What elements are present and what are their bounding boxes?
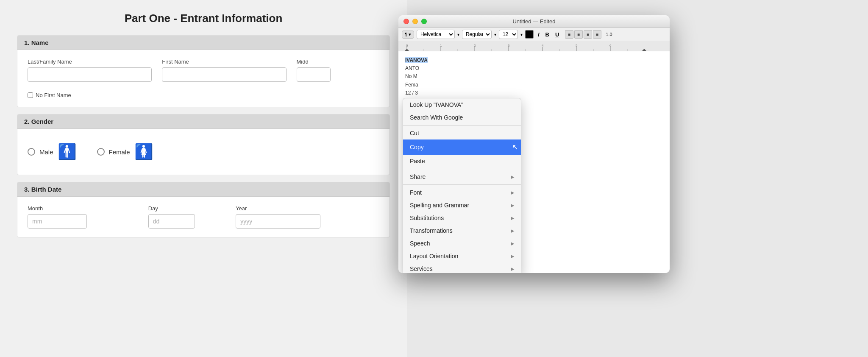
first-name-input[interactable]	[162, 67, 286, 82]
doc-line-nom: No M	[405, 73, 417, 79]
align-center-btn[interactable]: ≡	[574, 30, 583, 39]
bold-button[interactable]: B	[544, 31, 551, 38]
menu-font-label: Font	[410, 189, 422, 196]
menu-cut[interactable]: Cut	[403, 127, 521, 139]
svg-text:0: 0	[406, 44, 408, 47]
section-gender-body: Male 🚹 Female 🚺	[17, 129, 389, 175]
menu-lookup-label: Look Up "IVANOVA"	[410, 101, 463, 108]
mac-close-button[interactable]	[403, 19, 409, 24]
menu-copy-label: Copy	[410, 144, 424, 151]
align-right-btn[interactable]: ≡	[584, 30, 592, 39]
divider-3	[403, 184, 521, 185]
month-input[interactable]	[28, 214, 87, 229]
font-size-chevron: ▾	[520, 32, 523, 37]
font-style-chevron: ▾	[494, 32, 496, 37]
menu-search-google-label: Search With Google	[410, 114, 463, 121]
doc-line-12: 12 / 3	[405, 90, 418, 96]
female-radio[interactable]	[97, 148, 105, 156]
svg-text:5: 5	[576, 44, 578, 47]
birth-day-group: Day	[148, 205, 225, 229]
menu-transformations-label: Transformations	[410, 227, 453, 234]
align-left-btn[interactable]: ≡	[565, 30, 573, 39]
form-title: Part One - Entrant Information	[17, 12, 390, 25]
underline-button[interactable]: U	[554, 31, 561, 38]
menu-lookup[interactable]: Look Up "IVANOVA"	[403, 98, 521, 111]
male-label: Male	[39, 148, 53, 156]
paragraph-icon: ¶	[405, 32, 407, 37]
year-input[interactable]	[236, 214, 320, 229]
birth-month-group: Month	[28, 205, 138, 229]
alignment-buttons: ≡ ≡ ≡ ≡	[565, 30, 601, 39]
menu-speech[interactable]: Speech ▶	[403, 237, 521, 250]
menu-transformations[interactable]: Transformations ▶	[403, 224, 521, 237]
middle-name-label: Midd	[297, 59, 380, 65]
middle-name-input[interactable]	[297, 67, 331, 82]
align-justify-btn[interactable]: ≡	[593, 30, 601, 39]
menu-speech-label: Speech	[410, 240, 430, 247]
last-name-input[interactable]	[28, 67, 152, 82]
line-spacing-value: 1.0	[606, 32, 612, 37]
share-arrow: ▶	[511, 174, 514, 180]
day-input[interactable]	[148, 214, 195, 229]
first-name-label: First Name	[162, 59, 286, 65]
menu-search-google[interactable]: Search With Google	[403, 111, 521, 124]
menu-share-label: Share	[410, 173, 426, 180]
no-first-name-checkbox[interactable]	[28, 92, 33, 98]
layout-arrow: ▶	[511, 254, 514, 259]
section-birth: 3. Birth Date Month Day Year	[17, 182, 390, 237]
gender-female-option[interactable]: Female 🚺	[97, 144, 153, 159]
year-label: Year	[236, 205, 379, 212]
substitutions-arrow: ▶	[511, 215, 514, 221]
services-arrow: ▶	[511, 266, 514, 272]
menu-layout-orientation[interactable]: Layout Orientation ▶	[403, 250, 521, 262]
mac-window: Untitled — Edited ¶ ▾ Helvetica ▾ Regula…	[398, 15, 670, 273]
section-birth-header: 3. Birth Date	[17, 182, 389, 197]
menu-services[interactable]: Services ▶	[403, 262, 521, 273]
gender-row: Male 🚹 Female 🚺	[28, 137, 379, 166]
text-color-box[interactable]	[525, 30, 534, 39]
mac-window-title: Untitled — Edited	[512, 18, 555, 25]
section-name: 1. Name Last/Family Name First Name Midd	[17, 35, 390, 107]
menu-spelling-grammar[interactable]: Spelling and Grammar ▶	[403, 199, 521, 212]
svg-text:6: 6	[609, 44, 612, 47]
no-first-name-label: No First Name	[36, 92, 71, 98]
name-field-row: Last/Family Name First Name Midd	[28, 59, 379, 82]
section-name-header: 1. Name	[17, 36, 389, 50]
font-family-chevron: ▾	[457, 32, 459, 37]
male-radio[interactable]	[28, 148, 35, 156]
mac-ruler: 0 1 2 3 4 5 6	[398, 41, 670, 51]
mac-maximize-button[interactable]	[421, 19, 427, 24]
speech-arrow: ▶	[511, 241, 514, 246]
menu-spelling-grammar-label: Spelling and Grammar	[410, 202, 469, 209]
font-family-select[interactable]: Helvetica	[417, 30, 455, 39]
gender-male-option[interactable]: Male 🚹	[28, 144, 77, 159]
day-label: Day	[148, 205, 225, 212]
menu-share[interactable]: Share ▶	[403, 170, 521, 183]
svg-text:3: 3	[508, 44, 510, 47]
svg-text:4: 4	[542, 44, 544, 47]
menu-layout-orientation-label: Layout Orientation	[410, 253, 458, 259]
mac-content-area[interactable]: IVANOVA ANTO No M Fema 12 / 3 KIRZY Russ…	[398, 51, 670, 273]
selected-text-ivanova[interactable]: IVANOVA	[405, 57, 428, 63]
paragraph-style-btn[interactable]: ¶ ▾	[402, 31, 414, 39]
doc-line-fema: Fema	[405, 82, 418, 88]
italic-button[interactable]: I	[536, 31, 541, 38]
section-gender-header: 2. Gender	[17, 114, 389, 129]
context-menu: Look Up "IVANOVA" Search With Google Cut…	[403, 98, 521, 273]
last-name-group: Last/Family Name	[28, 59, 152, 82]
birth-row: Month Day Year	[28, 205, 379, 229]
menu-copy[interactable]: Copy ↖	[403, 139, 521, 155]
mac-minimize-button[interactable]	[412, 19, 418, 24]
menu-paste[interactable]: Paste	[403, 155, 521, 167]
last-name-label: Last/Family Name	[28, 59, 152, 65]
svg-text:2: 2	[474, 44, 476, 47]
section-name-body: Last/Family Name First Name Midd No Firs…	[17, 50, 389, 107]
chevron-down-icon: ▾	[409, 32, 411, 37]
font-style-select[interactable]: Regular	[462, 30, 492, 39]
no-first-name-row: No First Name	[28, 92, 379, 98]
male-icon: 🚹	[58, 144, 77, 159]
font-size-select[interactable]: 12	[499, 30, 518, 39]
spelling-arrow: ▶	[511, 203, 514, 208]
menu-font[interactable]: Font ▶	[403, 186, 521, 199]
menu-substitutions[interactable]: Substitutions ▶	[403, 212, 521, 224]
